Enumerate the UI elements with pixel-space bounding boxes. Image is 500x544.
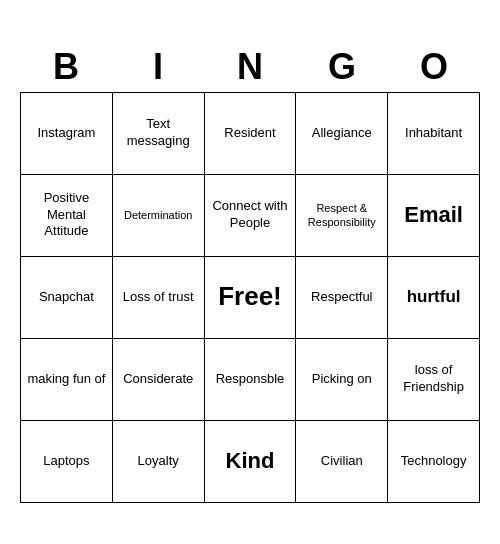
bingo-cell: Civilian	[296, 421, 388, 503]
header-letter: O	[388, 42, 480, 92]
bingo-cell: Instagram	[21, 93, 113, 175]
header-letter: G	[296, 42, 388, 92]
cell-text: Responsble	[216, 371, 285, 388]
bingo-cell: Free!	[205, 257, 297, 339]
bingo-cell: Laptops	[21, 421, 113, 503]
cell-text: Allegiance	[312, 125, 372, 142]
cell-text: Determination	[124, 208, 192, 222]
cell-text: Picking on	[312, 371, 372, 388]
bingo-card: BINGO InstagramText messagingResidentAll…	[20, 42, 480, 503]
cell-text: Kind	[226, 447, 275, 476]
bingo-grid: InstagramText messagingResidentAllegianc…	[20, 92, 480, 503]
cell-text: Respectful	[311, 289, 372, 306]
bingo-cell: Snapchat	[21, 257, 113, 339]
header-letter: I	[112, 42, 204, 92]
cell-text: Free!	[218, 280, 282, 314]
bingo-cell: Respectful	[296, 257, 388, 339]
bingo-cell: Respect & Responsibility	[296, 175, 388, 257]
bingo-cell: Technology	[388, 421, 480, 503]
cell-text: Loyalty	[138, 453, 179, 470]
bingo-cell: Email	[388, 175, 480, 257]
cell-text: Inhabitant	[405, 125, 462, 142]
cell-text: making fun of	[27, 371, 105, 388]
header-letter: N	[204, 42, 296, 92]
cell-text: Instagram	[37, 125, 95, 142]
cell-text: Technology	[401, 453, 467, 470]
bingo-cell: Considerate	[113, 339, 205, 421]
bingo-cell: Responsble	[205, 339, 297, 421]
cell-text: Civilian	[321, 453, 363, 470]
bingo-cell: Resident	[205, 93, 297, 175]
bingo-cell: Loss of trust	[113, 257, 205, 339]
header-letter: B	[20, 42, 112, 92]
cell-text: Considerate	[123, 371, 193, 388]
bingo-cell: Positive Mental Attitude	[21, 175, 113, 257]
bingo-cell: making fun of	[21, 339, 113, 421]
bingo-cell: Loyalty	[113, 421, 205, 503]
bingo-cell: Determination	[113, 175, 205, 257]
cell-text: Positive Mental Attitude	[24, 190, 109, 241]
cell-text: Respect & Responsibility	[299, 201, 384, 230]
cell-text: Loss of trust	[123, 289, 194, 306]
cell-text: loss of Friendship	[391, 362, 476, 396]
cell-text: Connect with People	[208, 198, 293, 232]
cell-text: Snapchat	[39, 289, 94, 306]
bingo-cell: Text messaging	[113, 93, 205, 175]
bingo-header: BINGO	[20, 42, 480, 92]
bingo-cell: Picking on	[296, 339, 388, 421]
cell-text: hurtful	[407, 286, 461, 308]
cell-text: Resident	[224, 125, 275, 142]
bingo-cell: loss of Friendship	[388, 339, 480, 421]
bingo-cell: Connect with People	[205, 175, 297, 257]
cell-text: Email	[404, 201, 463, 230]
bingo-cell: hurtful	[388, 257, 480, 339]
cell-text: Laptops	[43, 453, 89, 470]
cell-text: Text messaging	[116, 116, 201, 150]
bingo-cell: Allegiance	[296, 93, 388, 175]
bingo-cell: Inhabitant	[388, 93, 480, 175]
bingo-cell: Kind	[205, 421, 297, 503]
